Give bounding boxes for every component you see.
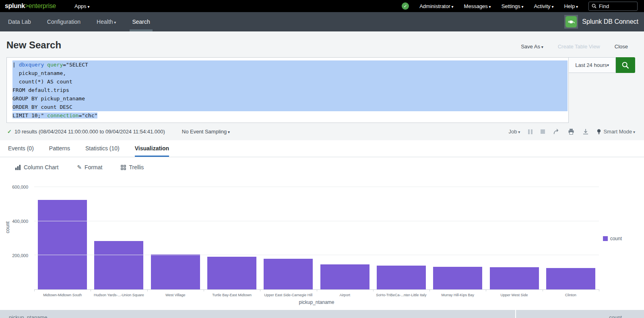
chart-bar-murray-hill-kips-bay[interactable]	[433, 267, 482, 289]
y-axis-ticks: 200,000400,000600,000	[0, 177, 31, 290]
menu-messages[interactable]: Messages	[464, 3, 491, 9]
page-header: New Search Save As Create Table View Clo…	[0, 31, 644, 57]
logo-chevron: >	[25, 2, 29, 9]
x-axis-label: West Village	[147, 293, 204, 299]
x-axis-tick	[34, 289, 35, 291]
save-as-button[interactable]: Save As	[521, 44, 543, 50]
pause-icon[interactable]	[528, 129, 533, 134]
chart-bar-hudson-yards-union-square[interactable]	[94, 241, 143, 289]
chart-bar-slot	[316, 177, 373, 289]
chart-bar-west-village[interactable]	[151, 254, 200, 289]
x-axis-labels: Midtown-Midtown SouthHudson Yards-...-Un…	[34, 293, 599, 299]
x-axis-label: Midtown-Midtown South	[34, 293, 91, 299]
column-header-count[interactable]: count	[516, 310, 644, 318]
column-header-pickup-ntaname[interactable]: pickup_ntaname	[0, 310, 515, 318]
magnifier-icon	[621, 61, 630, 69]
apps-menu[interactable]: Apps	[74, 3, 89, 9]
job-menu[interactable]: Job	[509, 129, 520, 135]
y-tick-label: 200,000	[12, 253, 28, 258]
x-axis-label: Airport	[316, 293, 373, 299]
chart-bar-slot	[34, 177, 91, 289]
statistics-table-header: pickup_ntaname count	[0, 310, 644, 318]
smart-mode-label: Smart Mode	[603, 129, 635, 135]
x-axis-tick	[147, 289, 148, 291]
create-table-view-button: Create Table View	[558, 44, 600, 50]
nav-item-data-lab[interactable]: Data Lab	[0, 12, 39, 31]
tab-visualization[interactable]: Visualization	[135, 140, 169, 157]
trellis-button[interactable]: Trellis	[121, 164, 144, 170]
x-axis-label: Hudson Yards-...-Union Square	[91, 293, 147, 299]
search-query-input[interactable]: | dbxquery query="SELECT pickup_ntaname,…	[6, 57, 569, 123]
chart-bar-upper-east-side-carnegie-hill[interactable]	[264, 259, 313, 289]
db-connect-app-icon[interactable]	[564, 15, 578, 29]
run-search-button[interactable]	[616, 57, 635, 73]
x-axis-tick	[429, 289, 430, 291]
x-axis-tick	[543, 289, 543, 291]
chart-bar-slot	[260, 177, 316, 289]
chart-legend[interactable]: count	[603, 236, 622, 241]
x-axis-label: SoHo-TriBeCa-...nter-Little Italy	[373, 293, 429, 299]
menu-settings[interactable]: Settings	[502, 3, 524, 9]
results-summary: 10 results (08/04/2024 11:00:00.000 to 0…	[14, 129, 165, 135]
plug-icon	[566, 16, 577, 27]
chart-bar-midtown-midtown-south[interactable]	[38, 200, 87, 289]
legend-label: count	[610, 236, 622, 241]
chart-bar-upper-west-side[interactable]	[490, 267, 539, 289]
health-status-icon[interactable]	[402, 2, 409, 10]
nav-item-search[interactable]: Search	[124, 12, 158, 31]
share-icon[interactable]	[553, 129, 560, 135]
query-line: ORDER BY count DESC	[12, 103, 568, 111]
gridline	[34, 255, 599, 255]
query-line: | dbxquery query="SELECT	[12, 60, 568, 69]
print-icon[interactable]	[568, 129, 574, 135]
chart-bar-slot	[429, 177, 486, 289]
chart-bar-slot	[543, 177, 599, 289]
chart-bar-slot	[204, 177, 260, 289]
tab-statistics-10[interactable]: Statistics (10)	[85, 140, 120, 157]
find-search-box[interactable]	[588, 2, 638, 11]
format-button[interactable]: Format	[77, 164, 102, 170]
stop-icon[interactable]	[541, 129, 545, 134]
chart-bar-turtle-bay-east-midtown[interactable]	[207, 257, 256, 289]
x-axis-tick	[204, 289, 204, 291]
menu-administrator[interactable]: Administrator	[419, 3, 453, 9]
nav-item-configuration[interactable]: Configuration	[39, 12, 89, 31]
chart-bar-slot	[91, 177, 147, 289]
appbar-right: Splunk DB Connect	[564, 15, 638, 29]
x-axis-tick	[373, 289, 374, 291]
top-system-bar: splunk>enterprise Apps AdministratorMess…	[0, 0, 644, 12]
splunk-logo[interactable]: splunk>enterprise	[5, 2, 56, 10]
y-tick-label: 400,000	[12, 219, 28, 224]
chart-bar-slot	[373, 177, 429, 289]
legend-swatch	[603, 236, 608, 241]
close-button[interactable]: Close	[615, 44, 628, 50]
x-axis-tick	[599, 289, 599, 291]
tab-patterns[interactable]: Patterns	[49, 140, 70, 157]
chart-bar-soho-tribeca-nter-little-italy[interactable]	[377, 266, 426, 289]
time-range-picker[interactable]: Last 24 hours	[568, 57, 616, 73]
topbar-right: AdministratorMessagesSettingsActivityHel…	[402, 2, 638, 11]
page-title: New Search	[6, 39, 61, 51]
chart-type-button[interactable]: Column Chart	[15, 164, 58, 170]
chart-bar-clinton[interactable]	[546, 268, 595, 289]
query-line: LIMIT 10;" connection="chc"	[12, 111, 568, 120]
chart-bar-airport[interactable]	[320, 264, 369, 289]
query-line: FROM default.trips	[12, 86, 568, 94]
query-line: GROUP BY pickup_ntaname	[12, 94, 568, 103]
menu-activity[interactable]: Activity	[534, 3, 553, 9]
search-mode-menu[interactable]: Smart Mode	[597, 129, 635, 135]
app-title: Splunk DB Connect	[582, 18, 638, 25]
lightbulb-icon	[597, 129, 601, 135]
tab-events-0[interactable]: Events (0)	[8, 140, 34, 157]
x-axis-tick	[260, 289, 260, 291]
menu-help[interactable]: Help	[564, 3, 578, 9]
header-actions: Save As Create Table View Close	[521, 44, 628, 50]
find-input[interactable]	[599, 3, 631, 9]
event-sampling-menu[interactable]: No Event Sampling	[182, 129, 230, 135]
job-controls: Job Smart Mode	[509, 129, 635, 135]
x-axis-label: Turtle Bay-East Midtown	[204, 293, 260, 299]
job-status-bar: 10 results (08/04/2024 11:00:00.000 to 0…	[0, 123, 644, 140]
export-download-icon[interactable]	[582, 129, 589, 135]
x-axis-title: pickup_ntaname	[34, 299, 599, 305]
nav-item-health[interactable]: Health	[89, 12, 124, 31]
